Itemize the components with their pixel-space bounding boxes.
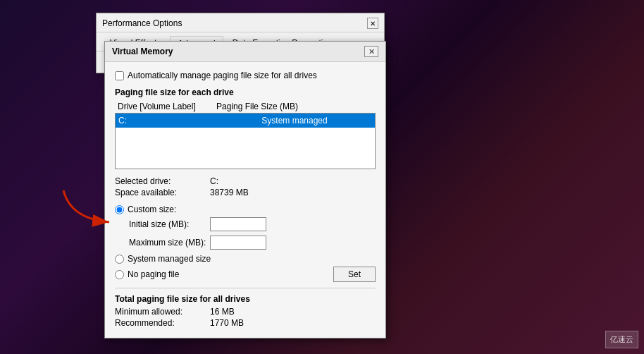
- auto-manage-checkbox[interactable]: [115, 71, 124, 80]
- recommended-value: 1770 MB: [210, 318, 244, 328]
- size-cell: System managed: [217, 116, 372, 126]
- initial-size-row: Initial size (MB):: [115, 217, 376, 231]
- system-managed-label: System managed size: [128, 254, 211, 264]
- no-paging-radio[interactable]: [115, 270, 124, 279]
- recommended-label: Recommended:: [115, 318, 210, 328]
- vm-bottom-section: Total paging file size for all drives Mi…: [115, 288, 376, 328]
- maximum-size-row: Maximum size (MB):: [115, 236, 376, 250]
- drive-cell: C:: [118, 116, 217, 126]
- space-available-value: 38739 MB: [210, 188, 249, 197]
- no-paging-row: No paging file: [115, 269, 179, 279]
- system-managed-row: System managed size: [115, 254, 376, 264]
- recommended-row: Recommended: 1770 MB: [115, 318, 376, 328]
- vm-dialog-title: Virtual Memory: [112, 47, 173, 56]
- space-available-row: Space available: 38739 MB: [115, 188, 376, 197]
- total-section-title: Total paging file size for all drives: [115, 294, 376, 304]
- perf-close-button[interactable]: ✕: [367, 18, 378, 29]
- no-paging-set-row: No paging file Set: [115, 267, 376, 282]
- auto-manage-label: Automatically manage paging file size fo…: [128, 71, 317, 80]
- min-allowed-label: Minimum allowed:: [115, 307, 210, 317]
- vm-titlebar: Virtual Memory ✕: [105, 42, 385, 62]
- selected-drive-label: Selected drive:: [115, 176, 210, 186]
- vm-content: Automatically manage paging file size fo…: [105, 62, 385, 338]
- initial-size-input[interactable]: [210, 217, 266, 231]
- space-available-label: Space available:: [115, 188, 210, 197]
- perf-titlebar: Performance Options ✕: [97, 13, 384, 32]
- watermark: 亿速云: [605, 331, 638, 348]
- custom-size-row: Custom size:: [115, 205, 376, 214]
- maximum-size-label: Maximum size (MB):: [129, 238, 210, 248]
- paging-section-label: Paging file size for each drive: [115, 87, 376, 97]
- maximum-size-input[interactable]: [210, 236, 266, 250]
- perf-dialog-title: Performance Options: [102, 18, 182, 28]
- vm-close-button[interactable]: ✕: [364, 46, 378, 57]
- custom-size-radio[interactable]: [115, 205, 124, 214]
- system-managed-radio[interactable]: [115, 255, 124, 264]
- custom-size-label: Custom size:: [128, 205, 176, 214]
- min-allowed-value: 16 MB: [210, 307, 235, 317]
- vm-info-section: Selected drive: C: Space available: 3873…: [115, 176, 376, 199]
- initial-size-label: Initial size (MB):: [129, 219, 210, 229]
- virtual-memory-dialog: Virtual Memory ✕ Automatically manage pa…: [104, 41, 386, 338]
- selected-drive-row: Selected drive: C:: [115, 176, 376, 186]
- no-paging-label: No paging file: [128, 269, 179, 279]
- col-drive-header: Drive [Volume Label]: [118, 102, 216, 111]
- set-button[interactable]: Set: [333, 267, 376, 282]
- vm-table-body[interactable]: C: System managed: [115, 113, 376, 169]
- auto-manage-row: Automatically manage paging file size fo…: [115, 71, 376, 80]
- vm-table-header: Drive [Volume Label] Paging File Size (M…: [115, 100, 376, 113]
- selected-drive-value: C:: [210, 176, 218, 186]
- col-size-header: Paging File Size (MB): [216, 102, 373, 111]
- vm-radio-section: Custom size: Initial size (MB): Maximum …: [115, 205, 376, 282]
- vm-table-row[interactable]: C: System managed: [116, 114, 375, 128]
- min-allowed-row: Minimum allowed: 16 MB: [115, 307, 376, 317]
